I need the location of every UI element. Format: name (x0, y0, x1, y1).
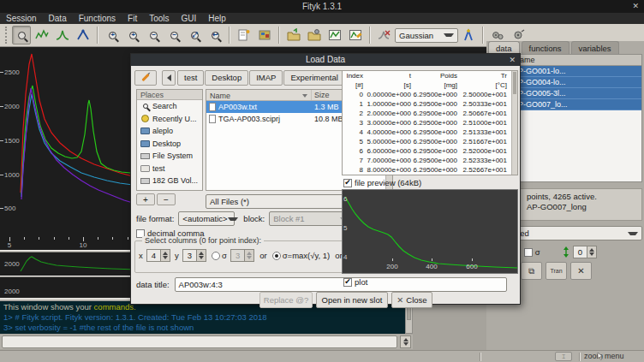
pencil-icon (141, 74, 149, 81)
plot-checkbox[interactable]: ✔ (343, 278, 352, 287)
spin-up-icon[interactable] (589, 248, 594, 252)
add-place-button[interactable]: + (136, 193, 155, 205)
execute-script-button[interactable] (305, 26, 324, 45)
zoom-in-button[interactable]: + (103, 26, 122, 45)
path-back-button[interactable] (162, 70, 176, 86)
menu-fit[interactable]: Fit (122, 13, 143, 24)
breadcrumb-test[interactable]: test (177, 70, 204, 86)
preview-data-row: 33.00000e+0006.29500e+0002.51000e+001 (343, 118, 517, 128)
folder-icon (140, 128, 151, 134)
menu-functions[interactable]: Functions (73, 13, 122, 24)
zoom-out-horizontal-button[interactable]: − (164, 26, 183, 45)
chart-edit-icon (349, 28, 362, 42)
place-file-system[interactable]: File System (137, 150, 202, 163)
preview-scrollbar[interactable] (511, 71, 517, 175)
place-recently-used[interactable]: Recently U... (137, 113, 202, 126)
place-test[interactable]: test (137, 163, 202, 175)
scrollbar-thumb[interactable] (513, 72, 516, 94)
zoom-in-horizontal-button[interactable]: + (123, 26, 142, 45)
window-close-button[interactable]: ✕ (632, 0, 639, 13)
menu-session[interactable]: Session (0, 13, 43, 24)
remove-place-button[interactable]: − (157, 193, 176, 205)
previous-zoom-button[interactable]: ↩ (206, 26, 224, 45)
type-path-button[interactable] (134, 70, 157, 86)
statusbar-toggle-button[interactable]: ⌶ (555, 352, 572, 361)
zoom-in-icon: + (109, 32, 116, 39)
statusbar-menu-label: menu (605, 352, 624, 360)
clock-icon (140, 115, 151, 122)
menu-data[interactable]: Data (43, 13, 73, 24)
zoom-mode-button[interactable] (12, 26, 31, 45)
breadcrumb-experimental[interactable]: Experimental (283, 70, 344, 86)
file-icon (209, 103, 216, 111)
x-tick (128, 237, 128, 240)
console-line: 3> set verbosity = -1 #the rest of the f… (3, 323, 402, 333)
preview-x-label: 600 (466, 263, 477, 270)
delete-function-button[interactable] (375, 26, 394, 45)
add-function-button[interactable] (459, 26, 478, 45)
window-title: Fityk 1.3.1 (302, 2, 342, 11)
y-tick (0, 72, 3, 73)
place-home[interactable]: aleplo (137, 125, 202, 138)
format-row: file format: <automatic> block: Block #1 (136, 211, 355, 226)
preview-data-row: 55.00000e+0006.29500e+0002.51667e+001 (343, 137, 517, 146)
copy-data-button[interactable]: ⧉ (521, 262, 542, 280)
settings-button[interactable] (255, 26, 274, 45)
delete-data-button[interactable]: ✕ (570, 262, 592, 280)
peak-type-select[interactable]: Gaussian (395, 28, 458, 43)
column-name[interactable]: Name (206, 90, 312, 100)
command-input[interactable] (2, 335, 397, 348)
file-preview-label: file preview (64kB) (355, 178, 421, 187)
preview-data-row: 11.00000e+0006.29500e+0002.50333e+001 (343, 99, 517, 109)
place-search[interactable]: Search (137, 100, 202, 113)
spin-down-icon[interactable] (589, 252, 594, 256)
spin-up-icon[interactable] (403, 338, 408, 341)
zoom-all-button[interactable]: ⤢ (185, 26, 204, 45)
spin-down-icon[interactable] (403, 342, 408, 346)
sigma-column-radio[interactable] (212, 252, 220, 260)
tab-data[interactable]: data (488, 41, 520, 54)
breadcrumb-imap[interactable]: IMAP (249, 70, 283, 86)
file-preview-checkbox[interactable]: ✔ (343, 179, 352, 187)
command-history-spinner[interactable] (400, 335, 411, 348)
menu-gui[interactable]: GUI (176, 13, 203, 24)
y-label: y (175, 251, 179, 260)
statusbar-separator (480, 353, 481, 361)
toolbar-separator (229, 27, 230, 44)
toolbar-drag-handle[interactable] (5, 27, 8, 44)
baseline-mode-button[interactable] (74, 26, 92, 45)
preview-unit: [mg] (411, 80, 457, 90)
y-column-spinner[interactable]: 3 (182, 249, 206, 262)
tab-variables[interactable]: variables (571, 41, 619, 54)
preview-x-label: 400 (426, 263, 437, 270)
select-columns-title: Select columns (0 for point index): (142, 236, 264, 245)
place-desktop[interactable]: Desktop (137, 138, 202, 151)
x-column-spinner[interactable]: 4 (146, 249, 170, 262)
save-session-as-button[interactable] (346, 26, 365, 45)
gear-run-icon (511, 28, 525, 42)
sigma-checkbox[interactable] (524, 248, 533, 257)
menu-tools[interactable]: Tools (143, 13, 175, 24)
y-tick (0, 140, 3, 141)
point-size-value: 0 (574, 247, 587, 257)
transform-data-button[interactable]: Tran (546, 262, 567, 280)
breadcrumb-desktop[interactable]: Desktop (205, 70, 248, 86)
menu-help[interactable]: Help (202, 13, 232, 24)
add-peak-mode-button[interactable] (53, 26, 72, 45)
dialog-titlebar[interactable]: Load Data ✕ (131, 54, 520, 66)
close-button[interactable]: ✕Close (391, 292, 432, 308)
file-format-select[interactable]: <automatic> (178, 211, 235, 226)
zoom-out-button[interactable]: − (144, 26, 163, 45)
data-range-mode-button[interactable] (33, 26, 51, 45)
data-title-input[interactable]: AP003w:4:3 (175, 277, 507, 292)
open-in-new-slot-button[interactable]: Open in new slot (316, 292, 388, 308)
dialog-close-button[interactable]: ✕ (509, 54, 516, 66)
open-data-button[interactable] (284, 26, 303, 45)
file-preview-table: Index t Poids Tr [#] [s] [mg] [°C] 00.00… (342, 70, 518, 175)
place-volume[interactable]: 182 GB Vol... (137, 175, 202, 187)
point-size-spinner[interactable]: 0 (573, 246, 597, 258)
tab-functions[interactable]: functions (522, 41, 569, 54)
edit-init-script-button[interactable] (235, 26, 253, 45)
sigma-max-radio[interactable] (272, 252, 281, 260)
save-session-button[interactable] (325, 26, 344, 45)
